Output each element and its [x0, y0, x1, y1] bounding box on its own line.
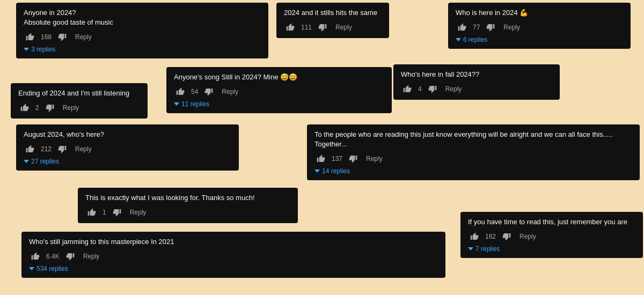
replies-count-label: 534 replies — [36, 265, 68, 272]
chevron-down-icon — [468, 247, 473, 250]
thumb-up-button[interactable] — [18, 102, 31, 113]
reply-button[interactable]: Reply — [443, 84, 464, 94]
like-count: 137 — [332, 155, 342, 163]
comment-text: Anyone's song Still in 2024? Mine 😅😄 — [174, 72, 384, 82]
comment-actions: 6.4KReply — [29, 251, 438, 262]
comment-actions: 212Reply — [24, 144, 231, 154]
comment-text: To the people who are reading this just … — [314, 130, 632, 149]
replies-toggle[interactable]: 11 replies — [174, 100, 209, 108]
thumb-up-icon — [26, 33, 34, 41]
chevron-down-icon — [24, 160, 29, 163]
thumb-down-icon — [486, 23, 495, 32]
thumb-down-button[interactable] — [500, 231, 513, 242]
thumb-down-button[interactable] — [56, 32, 69, 42]
comment-card: 2024 and it stills hits the same111Reply — [276, 3, 389, 38]
comment-actions: 54Reply — [174, 86, 384, 97]
thumb-down-icon — [204, 87, 213, 96]
thumb-down-button[interactable] — [111, 207, 123, 218]
comment-actions: 168Reply — [24, 32, 261, 42]
reply-button[interactable]: Reply — [517, 232, 538, 241]
replies-toggle[interactable]: 7 replies — [468, 245, 500, 253]
replies-toggle[interactable]: 534 replies — [29, 265, 68, 272]
thumb-up-icon — [31, 252, 40, 261]
comment-card: To the people who are reading this just … — [307, 124, 640, 180]
thumb-down-icon — [502, 232, 511, 241]
comment-card: This is exactly what I was looking for. … — [78, 188, 298, 223]
reply-button[interactable]: Reply — [73, 144, 94, 154]
like-count: 77 — [473, 24, 480, 31]
chevron-down-icon — [24, 48, 29, 51]
thumb-up-button[interactable] — [174, 86, 187, 97]
thumb-up-button[interactable] — [456, 22, 469, 33]
thumb-up-icon — [403, 85, 412, 93]
thumb-up-button[interactable] — [401, 84, 414, 94]
comment-card: Anyone in 2024? Absolute good taste of m… — [16, 3, 268, 58]
thumb-up-button[interactable] — [29, 251, 42, 262]
chevron-down-icon — [314, 169, 320, 173]
replies-count-label: 7 replies — [475, 245, 500, 253]
thumb-down-button[interactable] — [64, 251, 77, 262]
comment-text: Who's still jamming to this masterpiece … — [29, 237, 438, 247]
thumb-up-icon — [20, 104, 29, 112]
comment-card: Who's here in fall 2024??4Reply — [393, 64, 560, 100]
reply-button[interactable]: Reply — [73, 32, 94, 42]
thumb-down-icon — [58, 145, 67, 153]
thumb-up-icon — [286, 23, 295, 32]
thumb-up-button[interactable] — [24, 144, 36, 154]
thumb-up-button[interactable] — [284, 22, 297, 33]
replies-count-label: 14 replies — [322, 167, 350, 175]
comment-actions: 2Reply — [18, 102, 140, 113]
thumb-up-icon — [317, 154, 325, 163]
thumb-down-button[interactable] — [56, 144, 69, 154]
thumb-down-icon — [58, 33, 67, 41]
replies-count-label: 6 replies — [463, 36, 487, 43]
comment-actions: 1Reply — [85, 207, 290, 218]
thumb-up-icon — [458, 23, 466, 32]
reply-button[interactable]: Reply — [219, 87, 240, 97]
replies-toggle[interactable]: 27 replies — [24, 158, 59, 165]
reply-button[interactable]: Reply — [61, 103, 82, 113]
comment-actions: 137Reply — [314, 153, 632, 164]
thumb-up-button[interactable] — [314, 153, 327, 164]
thumb-up-icon — [176, 87, 185, 96]
thumb-down-button[interactable] — [202, 86, 215, 97]
thumb-down-button[interactable] — [426, 84, 439, 94]
like-count: 4 — [418, 85, 422, 93]
replies-count-label: 11 replies — [181, 100, 209, 108]
thumb-down-button[interactable] — [43, 102, 56, 113]
comment-text: If you have time to read this, just reme… — [468, 217, 635, 227]
thumb-down-icon — [66, 252, 75, 261]
thumb-down-button[interactable] — [347, 153, 360, 164]
reply-button[interactable]: Reply — [81, 252, 102, 261]
reply-button[interactable]: Reply — [364, 154, 385, 164]
replies-toggle[interactable]: 3 replies — [24, 46, 55, 53]
reply-button[interactable]: Reply — [128, 208, 149, 217]
comment-text: Ending of 2024 and I'm still listening — [18, 88, 140, 98]
thumb-up-button[interactable] — [468, 231, 481, 242]
like-count: 6.4K — [46, 253, 60, 260]
comment-text: Who is here in 2024 💪 — [456, 8, 623, 18]
like-count: 111 — [301, 24, 312, 31]
comment-card: Who is here in 2024 💪77Reply6 replies — [448, 3, 631, 49]
replies-toggle[interactable]: 6 replies — [456, 36, 487, 43]
like-count: 168 — [41, 33, 52, 41]
like-count: 182 — [485, 233, 496, 240]
replies-toggle[interactable]: 14 replies — [314, 167, 350, 175]
like-count: 1 — [103, 209, 106, 216]
thumb-up-icon — [470, 232, 479, 241]
replies-count-label: 3 replies — [31, 46, 55, 53]
comment-card: If you have time to read this, just reme… — [460, 212, 643, 258]
comment-text: This is exactly what I was looking for. … — [85, 193, 290, 203]
reply-button[interactable]: Reply — [501, 23, 522, 32]
thumb-down-button[interactable] — [484, 22, 497, 33]
thumb-down-button[interactable] — [316, 22, 329, 33]
comment-text: Who's here in fall 2024?? — [401, 70, 552, 79]
comment-actions: 182Reply — [468, 231, 635, 242]
thumb-up-button[interactable] — [24, 32, 36, 42]
chevron-down-icon — [456, 38, 461, 41]
thumb-down-icon — [318, 23, 327, 32]
thumb-up-button[interactable] — [85, 207, 98, 218]
comment-card: Who's still jamming to this masterpiece … — [21, 232, 445, 278]
reply-button[interactable]: Reply — [333, 23, 354, 32]
thumb-up-icon — [26, 145, 34, 153]
